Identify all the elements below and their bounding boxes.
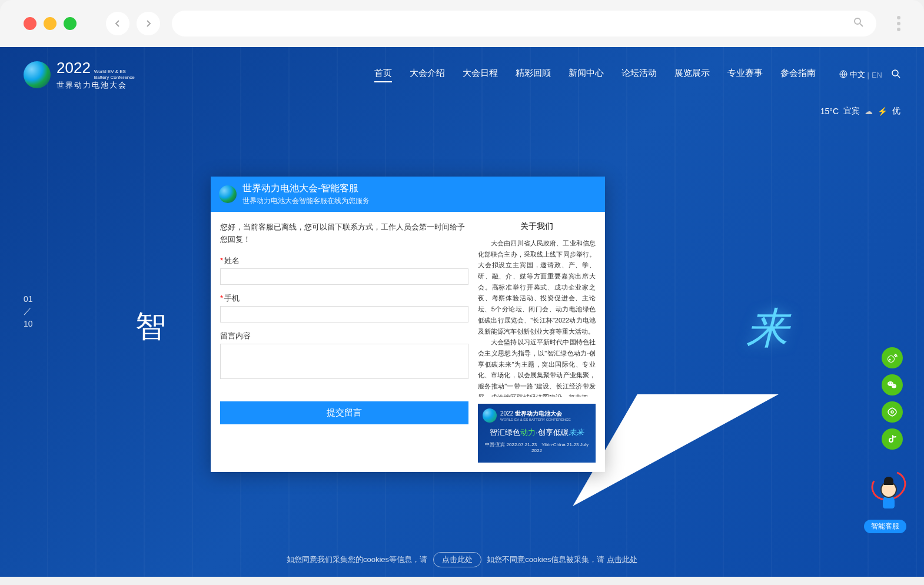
hero-text-right: 来 xyxy=(746,300,789,357)
douyin-icon[interactable] xyxy=(882,428,903,450)
contact-form: 您好，当前客服已离线，您可以留下联系方式，工作人员会第一时间给予您回复！ *姓名… xyxy=(220,221,468,463)
modal-logo-icon xyxy=(219,185,237,203)
nav-intro[interactable]: 大会介绍 xyxy=(410,68,445,82)
lightning-icon: ⚡ xyxy=(878,107,888,116)
submit-button[interactable]: 提交留言 xyxy=(220,401,468,424)
svg-line-1 xyxy=(860,24,863,26)
lang-en: EN xyxy=(872,71,882,79)
minimize-window-icon[interactable] xyxy=(44,17,56,30)
form-intro: 您好，当前客服已离线，您可以留下联系方式，工作人员会第一时间给予您回复！ xyxy=(220,221,468,246)
modal-subtitle: 世界动力电池大会智能客服在线为您服务 xyxy=(242,196,370,206)
svg-point-3 xyxy=(892,70,898,76)
chat-trigger-button[interactable]: 智能客服 xyxy=(864,520,906,533)
svg-point-13 xyxy=(895,385,895,385)
cookie-accept-button[interactable]: 点击此处 xyxy=(433,552,481,567)
weather-widget: 15°C 宜宾 ☁ ⚡ 优 xyxy=(820,106,900,117)
slide-total: 10 xyxy=(24,319,33,328)
nav-highlights[interactable]: 精彩回顾 xyxy=(516,68,551,82)
nav-forum[interactable]: 论坛活动 xyxy=(621,68,657,82)
page-content: 2022 World EV & ESBattery Conference 世界动… xyxy=(0,47,924,577)
svg-point-10 xyxy=(889,383,890,384)
slide-current: 01 xyxy=(24,294,33,304)
weibo-icon[interactable] xyxy=(882,347,903,368)
logo-en: World EV & ESBattery Conference xyxy=(94,69,135,80)
browser-menu-icon[interactable] xyxy=(897,16,900,31)
cookie-bar: 如您同意我们采集您的cookies等信息，请 点击此处 如您不同意cookies… xyxy=(0,552,924,567)
url-bar[interactable] xyxy=(172,11,876,36)
cookie-text-2: 如您不同意cookies信息被采集，请 xyxy=(487,555,604,564)
globe-icon xyxy=(839,70,847,80)
modal-title: 世界动力电池大会-智能客服 xyxy=(242,182,370,195)
about-title: 关于我们 xyxy=(478,221,596,232)
svg-point-0 xyxy=(855,18,860,24)
promo-date: 中国·宜宾 2022.07.21-23 Yibin·China 21-23 Ju… xyxy=(483,441,591,453)
phone-input[interactable] xyxy=(220,306,468,323)
svg-point-14 xyxy=(891,411,893,413)
svg-point-6 xyxy=(888,356,894,362)
cookie-text-1: 如您同意我们采集您的cookies等信息，请 xyxy=(287,555,427,564)
maximize-window-icon[interactable] xyxy=(64,17,77,30)
promo-logo-icon xyxy=(483,408,497,423)
main-nav: 首页 大会介绍 大会日程 精彩回顾 新闻中心 论坛活动 展览展示 专业赛事 参会… xyxy=(374,68,816,82)
weather-temp: 15°C xyxy=(820,107,839,116)
search-icon xyxy=(853,16,865,31)
app-icon[interactable] xyxy=(882,401,903,423)
slide-counter: 01 ／ 10 xyxy=(24,294,33,328)
name-input[interactable] xyxy=(220,268,468,285)
about-body: 大会由四川省人民政府、工业和信息化部联合主办，采取线上线下同步举行。大会拟设立主… xyxy=(478,238,596,397)
about-sidebar: 关于我们 大会由四川省人民政府、工业和信息化部联合主办，采取线上线下同步举行。大… xyxy=(478,221,596,463)
chat-modal: 世界动力电池大会-智能客服 世界动力电池大会智能客服在线为您服务 您好，当前客服… xyxy=(211,177,605,472)
close-window-icon[interactable] xyxy=(24,17,36,30)
message-input[interactable] xyxy=(220,344,468,379)
lang-zh: 中文 xyxy=(850,69,865,80)
logo-orb-icon xyxy=(24,61,51,88)
cloud-icon: ☁ xyxy=(865,107,873,116)
svg-point-11 xyxy=(891,383,892,384)
forward-button[interactable] xyxy=(137,12,160,35)
nav-competition[interactable]: 专业赛事 xyxy=(727,68,763,82)
browser-chrome xyxy=(0,0,924,47)
logo-year: 2022 xyxy=(56,59,91,77)
label-phone: *手机 xyxy=(220,293,468,304)
modal-header: 世界动力电池大会-智能客服 世界动力电池大会智能客服在线为您服务 xyxy=(211,177,605,212)
nav-news[interactable]: 新闻中心 xyxy=(569,68,604,82)
nav-guide[interactable]: 参会指南 xyxy=(780,68,816,82)
social-sidebar xyxy=(882,347,903,450)
site-header: 2022 World EV & ESBattery Conference 世界动… xyxy=(0,47,924,102)
language-switch[interactable]: 中文 | EN xyxy=(839,69,882,80)
label-message: 留言内容 xyxy=(220,331,468,341)
weather-quality: 优 xyxy=(892,106,900,117)
label-name: *姓名 xyxy=(220,255,468,266)
nav-exhibition[interactable]: 展览展示 xyxy=(674,68,710,82)
back-button[interactable] xyxy=(106,12,129,35)
weather-city: 宜宾 xyxy=(843,106,860,117)
promo-slogan: 智汇绿色动力·创享低碳未来 xyxy=(483,427,591,438)
hero-text-left: 智 xyxy=(135,306,166,347)
logo[interactable]: 2022 World EV & ESBattery Conference 世界动… xyxy=(24,59,135,91)
promo-banner: 2022 世界动力电池大会 WORLD EV & ES BATTERY CONF… xyxy=(478,404,596,463)
wechat-icon[interactable] xyxy=(882,374,903,395)
nav-schedule[interactable]: 大会日程 xyxy=(463,68,498,82)
svg-point-7 xyxy=(889,359,891,361)
svg-line-4 xyxy=(898,75,900,78)
logo-cn: 世界动力电池大会 xyxy=(56,80,135,91)
svg-point-12 xyxy=(893,385,893,385)
header-search-icon[interactable] xyxy=(891,69,900,81)
svg-point-9 xyxy=(892,384,896,388)
mascot-icon[interactable] xyxy=(871,471,906,518)
nav-home[interactable]: 首页 xyxy=(374,68,392,82)
cookie-decline-link[interactable]: 点击此处 xyxy=(607,555,637,564)
traffic-lights xyxy=(24,17,77,30)
